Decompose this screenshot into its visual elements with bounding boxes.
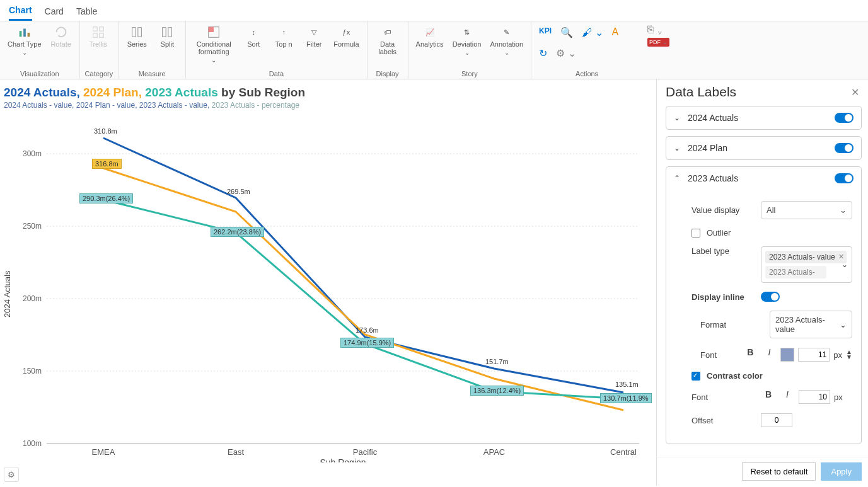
rotate-button[interactable]: Rotate <box>48 24 74 49</box>
tab-chart[interactable]: Chart <box>9 3 32 21</box>
label-type-multiselect[interactable]: 2023 Actuals- value✕ 2023 Actuals- ⌄ <box>761 246 852 283</box>
filter-icon: ▽ <box>307 25 321 39</box>
format-label: Format <box>700 320 763 329</box>
svg-rect-3 <box>93 27 96 31</box>
offset-input[interactable] <box>761 413 792 427</box>
toggle-2023-actuals[interactable] <box>835 173 854 183</box>
bold-button[interactable]: B <box>743 347 758 362</box>
value-display-label: Value display <box>692 205 755 215</box>
panel-title: Data Labels <box>666 84 736 100</box>
svg-rect-9 <box>163 28 166 37</box>
group-display: Display <box>373 69 403 77</box>
format-select[interactable]: 2023 Actuals- value⌄ <box>770 311 852 338</box>
stepper-icon[interactable]: ▲▼ <box>846 350 852 360</box>
trellis-button[interactable]: Trellis <box>85 24 112 49</box>
analytics-button[interactable]: 📈 Analytics <box>414 24 446 49</box>
group-story: Story <box>414 69 526 77</box>
toggle-2024-actuals[interactable] <box>835 113 854 123</box>
svg-text:150m: 150m <box>23 367 42 375</box>
brush-icon[interactable]: 🖌 ⌄ <box>579 24 605 41</box>
chevron-up-icon[interactable]: ⌃ <box>674 174 681 183</box>
svg-rect-4 <box>99 27 103 31</box>
toggle-display-inline[interactable] <box>761 292 780 302</box>
svg-text:EMEA: EMEA <box>92 447 115 457</box>
series-button[interactable]: Series <box>124 24 150 49</box>
svg-rect-2 <box>27 33 30 37</box>
toggle-2024-plan[interactable] <box>835 143 854 153</box>
font2-size-input[interactable] <box>799 390 830 404</box>
chart-type-icon <box>18 25 32 39</box>
series-2024-actuals <box>103 138 623 392</box>
svg-text:200m: 200m <box>23 294 42 303</box>
chevron-down-icon[interactable]: ⌄ <box>674 113 681 122</box>
font-color-swatch[interactable] <box>780 348 794 362</box>
dl-136: 136.3m(12.4%) <box>470 386 524 396</box>
series-2023-actuals <box>103 200 623 399</box>
offset-label: Offset <box>692 416 755 425</box>
close-icon[interactable]: ✕ <box>851 86 859 98</box>
deviation-button[interactable]: ⇅ Deviation ⌄ <box>450 24 484 57</box>
analytics-icon: 📈 <box>423 25 437 39</box>
chevron-down-icon: ⌄ <box>22 49 27 56</box>
series-2024-actuals-label: 2024 Actuals <box>688 113 828 123</box>
chart-subtitle: 2024 Actuals - value, 2024 Plan - value,… <box>3 101 649 110</box>
trellis-icon <box>91 25 105 39</box>
dl-135: 135.1m <box>615 381 639 388</box>
svg-text:300m: 300m <box>23 149 42 158</box>
dl-130: 130.7m(11.9% <box>600 393 652 403</box>
topn-button[interactable]: ↑ Top n <box>270 24 297 49</box>
chevron-down-icon: ⌄ <box>840 320 847 329</box>
contrast-checkbox[interactable] <box>692 372 700 381</box>
formula-button[interactable]: ƒx Formula <box>331 24 361 49</box>
svg-rect-6 <box>99 33 103 37</box>
filter-button[interactable]: ▽ Filter <box>301 24 327 49</box>
italic-button[interactable]: I <box>761 347 777 362</box>
annotation-button[interactable]: ✎ Annotation ⌄ <box>487 24 526 57</box>
apply-button[interactable]: Apply <box>821 462 862 481</box>
font-size-input[interactable] <box>798 348 830 362</box>
svg-text:APAC: APAC <box>483 447 505 457</box>
outlier-checkbox[interactable] <box>692 229 700 238</box>
split-button[interactable]: Split <box>154 24 180 49</box>
pdf-icon[interactable]: PDF ⌄ <box>647 38 669 47</box>
rotate-icon <box>54 25 68 39</box>
svg-rect-1 <box>23 29 26 37</box>
chart-type-button[interactable]: Chart Type ⌄ <box>5 24 44 57</box>
bold2-button[interactable]: B <box>761 389 776 404</box>
reset-button[interactable]: Reset to default <box>742 462 816 481</box>
svg-text:Central: Central <box>610 447 637 457</box>
svg-text:250m: 250m <box>23 222 42 231</box>
svg-text:Pacific: Pacific <box>353 447 378 457</box>
tag-icon: 🏷 <box>381 25 395 39</box>
sort-icon: ↕ <box>246 25 260 39</box>
series-2023-actuals-label: 2023 Actuals <box>688 173 828 183</box>
tab-table[interactable]: Table <box>76 4 97 20</box>
gear-icon[interactable]: ⚙ ⌄ <box>553 45 578 62</box>
svg-text:Sub Region: Sub Region <box>320 457 366 462</box>
group-actions: Actions <box>536 69 637 77</box>
topn-icon: ↑ <box>277 25 291 39</box>
dl-262: 262.2m(23.8%) <box>211 227 264 237</box>
chevron-down-icon[interactable]: ⌄ <box>842 260 848 269</box>
dl-151: 151.7m <box>485 358 509 365</box>
data-labels-button[interactable]: 🏷 Data labels <box>373 24 403 57</box>
tab-card[interactable]: Card <box>45 4 64 20</box>
sort-button[interactable]: ↕ Sort <box>240 24 267 49</box>
settings-corner-icon[interactable]: ⚙ <box>4 467 19 482</box>
kpi-button[interactable]: KPI <box>536 24 554 38</box>
svg-text:East: East <box>228 447 244 457</box>
refresh-icon[interactable]: ↻ <box>536 45 550 62</box>
search-icon[interactable]: 🔍 <box>558 24 576 41</box>
cond-fmt-button[interactable]: Conditional formatting ⌄ <box>191 24 236 65</box>
value-display-select[interactable]: All⌄ <box>761 201 852 219</box>
font2-label: Font <box>692 392 755 402</box>
label-type-label: Label type <box>692 246 755 256</box>
svg-text:2024 Actuals: 2024 Actuals <box>3 270 12 318</box>
chart-title: 2024 Actuals, 2024 Plan, 2023 Actuals by… <box>3 86 649 100</box>
chevron-down-icon[interactable]: ⌄ <box>674 144 681 152</box>
series-2024-plan <box>103 168 623 410</box>
italic2-button[interactable]: I <box>780 389 795 404</box>
svg-rect-5 <box>93 33 96 37</box>
export-icon[interactable]: ⎘ ⌄ <box>647 24 663 35</box>
text-icon[interactable]: A <box>610 24 622 40</box>
